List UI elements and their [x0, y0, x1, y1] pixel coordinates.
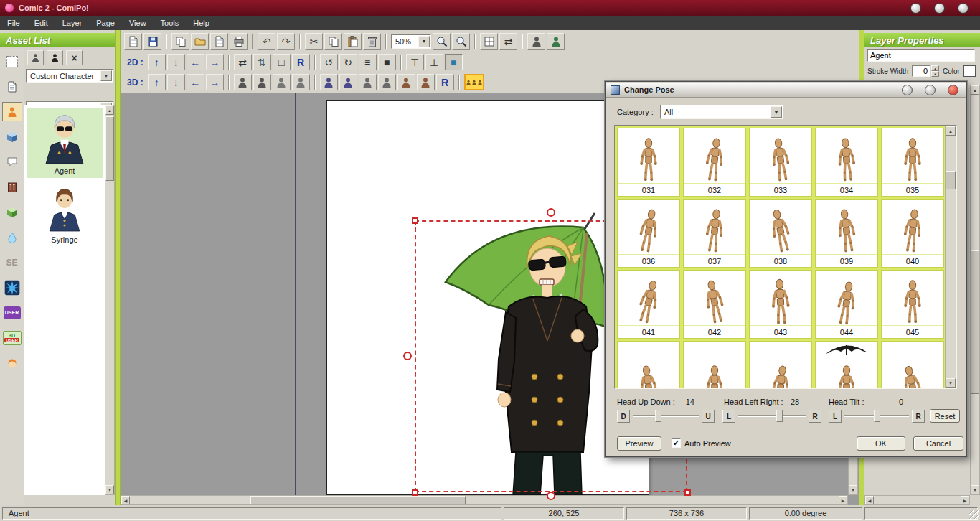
- new-page-button[interactable]: [124, 33, 142, 50]
- pose-item-038[interactable]: 038: [749, 199, 812, 268]
- selection-handle-left[interactable]: [403, 352, 412, 360]
- menu-page[interactable]: Page: [89, 16, 122, 30]
- head-right-button[interactable]: R: [809, 410, 821, 423]
- head-up-button[interactable]: U: [702, 410, 715, 423]
- menu-view[interactable]: View: [122, 16, 154, 30]
- export-page-button[interactable]: [191, 33, 209, 50]
- scroll-right-icon[interactable]: ▶: [839, 496, 847, 504]
- save-button[interactable]: [143, 33, 161, 50]
- head-down-button[interactable]: D: [617, 410, 630, 423]
- face-asset-icon[interactable]: [2, 353, 22, 372]
- zoom-out-button[interactable]: [452, 33, 470, 50]
- pose-item[interactable]: [881, 341, 944, 389]
- cancel-button[interactable]: Cancel: [913, 436, 963, 451]
- menu-edit[interactable]: Edit: [27, 16, 55, 30]
- pose-item-042[interactable]: 042: [683, 270, 746, 339]
- asset-item-syringe[interactable]: Syringe: [27, 181, 103, 247]
- tilt-body-up-button[interactable]: [273, 74, 291, 90]
- pose-item-043[interactable]: 043: [749, 270, 812, 339]
- head-tilt-slider-thumb[interactable]: [874, 410, 880, 422]
- preview-button[interactable]: Preview: [617, 436, 661, 451]
- nudge-down-button[interactable]: ↓: [167, 54, 185, 70]
- item-box-asset-icon[interactable]: [2, 202, 22, 222]
- user-3d-asset-icon[interactable]: 3D USER: [2, 328, 22, 347]
- menu-help[interactable]: Help: [186, 16, 217, 30]
- selection-handle-bottom[interactable]: [547, 492, 555, 500]
- panel-horizontal-scrollbar[interactable]: ◀ ▶: [864, 495, 970, 505]
- move-3d-down-button[interactable]: ↓: [167, 74, 185, 90]
- head-up-down-slider[interactable]: [633, 415, 699, 417]
- rotate-reset-3d-button[interactable]: R: [436, 74, 454, 90]
- scrollbar-thumb[interactable]: [946, 171, 956, 189]
- delete-button[interactable]: [363, 33, 381, 50]
- fit-width-button[interactable]: ⇄: [499, 33, 517, 50]
- scrollbar-thumb[interactable]: [105, 116, 114, 181]
- pose-item-045[interactable]: 045: [881, 270, 944, 339]
- tilt-body-down-button[interactable]: [292, 74, 310, 90]
- panel-vertical-scrollbar[interactable]: ▲ ▼: [970, 85, 980, 495]
- selection-rotate-handle-top[interactable]: [547, 208, 555, 217]
- spinner-down-icon[interactable]: ▼: [931, 71, 939, 77]
- spinner-up-icon[interactable]: ▲: [931, 65, 939, 71]
- stroke-width-input[interactable]: [912, 65, 930, 77]
- frame-fit-button[interactable]: □: [273, 54, 291, 70]
- scrollbar-thumb[interactable]: [250, 496, 466, 504]
- dialog-close-button[interactable]: [948, 85, 958, 95]
- delete-character-button[interactable]: ×: [66, 50, 83, 65]
- asset-category-arrow-icon[interactable]: ▼: [100, 70, 112, 81]
- menu-layer[interactable]: Layer: [55, 16, 90, 30]
- stroke-width-spinner[interactable]: ▲ ▼: [931, 65, 939, 77]
- change-pose-dialog[interactable]: Change Pose Category : All ▼ 031 032 033…: [605, 81, 967, 457]
- pose-grid-scrollbar[interactable]: ▲ ▼: [945, 126, 956, 388]
- left-splitter[interactable]: [115, 30, 121, 505]
- pose-item-040[interactable]: 040: [881, 199, 944, 268]
- item-3d-asset-icon[interactable]: [2, 127, 22, 146]
- selection-handle-bottom-left[interactable]: [412, 489, 418, 496]
- menu-tools[interactable]: Tools: [154, 16, 187, 30]
- pose-item-032[interactable]: 032: [683, 128, 746, 197]
- pose-head-button[interactable]: [397, 74, 415, 90]
- layout-mode-button[interactable]: ■: [445, 54, 463, 70]
- window-titlebar[interactable]: Comic 2 - ComiPo!: [0, 0, 980, 16]
- reset-button[interactable]: Reset: [930, 409, 960, 423]
- order-button[interactable]: ■: [378, 54, 396, 70]
- head-up-down-slider-thumb[interactable]: [655, 410, 661, 422]
- paste-button[interactable]: [344, 33, 362, 50]
- zoom-dropdown-arrow-icon[interactable]: ▼: [418, 36, 430, 47]
- send-to-back-button[interactable]: ⊥: [425, 54, 443, 70]
- zoom-select[interactable]: 50% ▼: [391, 34, 431, 49]
- import-page-button[interactable]: [171, 33, 189, 50]
- scroll-up-icon[interactable]: ▲: [971, 85, 979, 95]
- selection-handle-bottom-right[interactable]: [684, 489, 691, 496]
- pose-arms-button[interactable]: [339, 74, 357, 90]
- effect-asset-icon[interactable]: [2, 227, 22, 247]
- scroll-down-icon[interactable]: ▼: [971, 485, 979, 494]
- add-character-button[interactable]: [27, 50, 44, 65]
- view-3d-button[interactable]: [547, 33, 565, 50]
- print-button[interactable]: [230, 33, 248, 50]
- scroll-left-icon[interactable]: ◀: [121, 496, 130, 504]
- pose-item-031[interactable]: 031: [617, 128, 680, 197]
- align-button[interactable]: ≡: [359, 54, 377, 70]
- nudge-left-button[interactable]: ←: [187, 54, 204, 70]
- asset-category-select[interactable]: Custom Character ▼: [26, 69, 113, 83]
- pose-item-039[interactable]: 039: [815, 199, 878, 268]
- rotate-ccw-button[interactable]: ↺: [320, 54, 338, 70]
- balloon-asset-icon[interactable]: [2, 152, 22, 172]
- scrollbar-thumb[interactable]: [971, 250, 979, 394]
- asset-item-agent[interactable]: Agent: [27, 108, 103, 178]
- rotate-body-right-button[interactable]: [253, 74, 271, 90]
- pose-hands-button[interactable]: [320, 74, 338, 90]
- pose-item-033[interactable]: 033: [749, 128, 812, 197]
- scroll-down-icon[interactable]: ▼: [105, 485, 114, 494]
- character-tool-button[interactable]: [527, 33, 545, 50]
- pose-all-button[interactable]: [417, 74, 435, 90]
- background-asset-icon[interactable]: [2, 177, 22, 197]
- pose-legs-button[interactable]: [359, 74, 377, 90]
- dialog-titlebar[interactable]: Change Pose: [606, 83, 966, 98]
- selection-handle-top-left[interactable]: [412, 217, 418, 224]
- head-left-right-slider-thumb[interactable]: [776, 410, 783, 422]
- scroll-down-icon[interactable]: ▼: [946, 378, 956, 388]
- resize-grip[interactable]: [969, 510, 979, 520]
- head-tilt-right-button[interactable]: R: [912, 410, 925, 423]
